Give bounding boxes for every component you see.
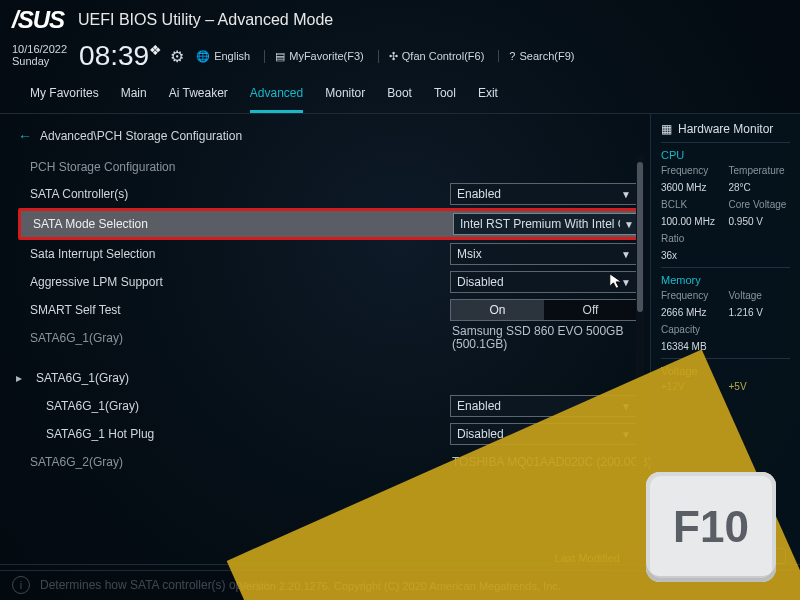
label-sata6g1-hotplug: SATA6G_1 Hot Plug — [30, 427, 450, 441]
hw-lbl-mem-volt: Voltage — [729, 290, 791, 301]
dropdown-sata-interrupt[interactable]: Msix▼ — [450, 243, 638, 265]
tab-boot[interactable]: Boot — [387, 82, 412, 113]
label-sata-interrupt: Sata Interrupt Selection — [30, 247, 450, 261]
chevron-down-icon: ▼ — [621, 189, 631, 200]
label-sata6g1-info: SATA6G_1(Gray) — [30, 331, 450, 345]
hw-lbl-mem-freq: Frequency — [661, 290, 723, 301]
hw-val-cpu-temp: 28°C — [729, 182, 791, 193]
toggle-on[interactable]: On — [451, 300, 544, 320]
toolbar-qfan-label: Qfan Control(F6) — [402, 50, 485, 62]
clock-indicator: ❖ — [149, 42, 162, 58]
brand-logo: /SUS — [12, 6, 64, 34]
tab-exit[interactable]: Exit — [478, 82, 498, 113]
tab-myfavorites[interactable]: My Favorites — [30, 82, 99, 113]
label-sata6g1-expand: SATA6G_1(Gray) — [30, 371, 450, 385]
tab-advanced[interactable]: Advanced — [250, 82, 303, 113]
hw-val-cpu-freq: 3600 MHz — [661, 182, 723, 193]
hw-val-capacity: 16384 MB — [661, 341, 723, 352]
value-sata6g1-info: Samsung SSD 860 EVO 500GB (500.1GB) — [450, 325, 650, 351]
breadcrumb[interactable]: ← Advanced\PCH Storage Configuration — [18, 124, 644, 148]
tab-monitor[interactable]: Monitor — [325, 82, 365, 113]
dropdown-sata-controllers[interactable]: Enabled▼ — [450, 183, 638, 205]
toolbar-myfavorite[interactable]: ▤MyFavorite(F3) — [264, 50, 364, 63]
gear-icon[interactable]: ⚙ — [170, 47, 184, 66]
main-tabs: My Favorites Main Ai Tweaker Advanced Mo… — [0, 76, 800, 114]
hw-lbl-cpu-freq: Frequency — [661, 165, 723, 176]
label-smart-self-test: SMART Self Test — [30, 303, 450, 317]
row-sata-controllers[interactable]: SATA Controller(s) Enabled▼ — [18, 180, 644, 208]
toolbar-search[interactable]: ?Search(F9) — [498, 50, 574, 62]
hw-val-bclk: 100.00 MHz — [661, 216, 723, 227]
f10-label: F10 — [673, 502, 749, 552]
back-arrow-icon[interactable]: ← — [18, 128, 32, 144]
clock: 08:39❖ — [79, 40, 162, 72]
row-sata-interrupt[interactable]: Sata Interrupt Selection Msix▼ — [18, 240, 644, 268]
clock-time: 08:39 — [79, 40, 149, 72]
section-label: PCH Storage Configuration — [18, 154, 644, 180]
hw-section-memory: Memory — [661, 274, 790, 286]
chevron-down-icon: ▼ — [621, 249, 631, 260]
label-sata6g1-enabled: SATA6G_1(Gray) — [30, 399, 450, 413]
hw-lbl-cpu-temp: Temperature — [729, 165, 791, 176]
tab-main[interactable]: Main — [121, 82, 147, 113]
hw-val-mem-freq: 2666 MHz — [661, 307, 723, 318]
dropdown-sata-mode[interactable]: Intel RST Premium With Intel O▼ — [453, 213, 641, 235]
dropdown-value: Disabled — [457, 427, 504, 441]
hw-lbl-bclk: BCLK — [661, 199, 723, 210]
hw-monitor-title: Hardware Monitor — [678, 122, 773, 136]
hw-val-vcore: 0.950 V — [729, 216, 791, 227]
hw-lbl-5v: +5V — [729, 381, 791, 392]
date-block: 10/16/2022 Sunday — [12, 44, 67, 67]
chevron-down-icon: ▼ — [624, 219, 634, 230]
hw-lbl-vcore: Core Voltage — [729, 199, 791, 210]
dropdown-value: Disabled — [457, 275, 504, 289]
label-sata-mode: SATA Mode Selection — [33, 217, 453, 231]
breadcrumb-text: Advanced\PCH Storage Configuration — [40, 129, 242, 143]
hw-lbl-capacity: Capacity — [661, 324, 723, 335]
tab-tool[interactable]: Tool — [434, 82, 456, 113]
f10-key-graphic: F10 — [646, 472, 776, 582]
hw-val-ratio: 36x — [661, 250, 723, 261]
monitor-icon: ▦ — [661, 122, 672, 136]
row-sata-mode-selected[interactable]: SATA Mode Selection Intel RST Premium Wi… — [18, 208, 644, 240]
label-sata6g2-info: SATA6G_2(Gray) — [30, 455, 450, 469]
day-text: Sunday — [12, 56, 67, 68]
fan-icon: ✣ — [389, 50, 398, 63]
favorite-icon: ▤ — [275, 50, 285, 63]
row-aggressive-lpm[interactable]: Aggressive LPM Support Disabled▼ — [18, 268, 644, 296]
search-icon: ? — [509, 50, 515, 62]
toolbar-qfan[interactable]: ✣Qfan Control(F6) — [378, 50, 485, 63]
tab-aitweaker[interactable]: Ai Tweaker — [169, 82, 228, 113]
label-sata-controllers: SATA Controller(s) — [30, 187, 450, 201]
toolbar-myfavorite-label: MyFavorite(F3) — [289, 50, 364, 62]
expand-chevron-icon: ▸ — [16, 371, 22, 385]
hw-val-mem-volt: 1.216 V — [729, 307, 791, 318]
dropdown-value: Intel RST Premium With Intel O — [460, 217, 620, 231]
toggle-off[interactable]: Off — [544, 300, 637, 320]
toggle-smart-self-test[interactable]: On Off — [450, 299, 638, 321]
app-title: UEFI BIOS Utility – Advanced Mode — [78, 11, 333, 29]
hw-section-cpu: CPU — [661, 149, 790, 161]
row-smart-self-test[interactable]: SMART Self Test On Off — [18, 296, 644, 324]
hw-lbl-ratio: Ratio — [661, 233, 723, 244]
toolbar-language[interactable]: 🌐English — [196, 50, 250, 63]
dropdown-value: Enabled — [457, 187, 501, 201]
dropdown-value: Enabled — [457, 399, 501, 413]
globe-icon: 🌐 — [196, 50, 210, 63]
mouse-cursor-icon — [608, 272, 626, 290]
row-sata6g1-info: SATA6G_1(Gray) Samsung SSD 860 EVO 500GB… — [18, 324, 644, 352]
label-aggressive-lpm: Aggressive LPM Support — [30, 275, 450, 289]
toolbar-language-label: English — [214, 50, 250, 62]
dropdown-value: Msix — [457, 247, 482, 261]
toolbar-search-label: Search(F9) — [519, 50, 574, 62]
scroll-thumb[interactable] — [637, 162, 643, 312]
row-sata6g1-expand[interactable]: ▸ SATA6G_1(Gray) — [18, 364, 644, 392]
